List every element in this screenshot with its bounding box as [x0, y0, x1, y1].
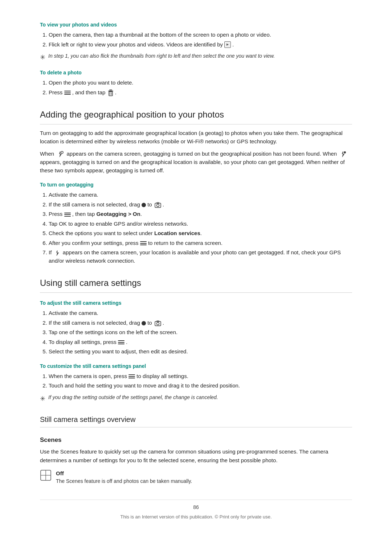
adj-step-1: Activate the camera.: [49, 309, 352, 317]
overview-section: Still camera settings overview: [40, 414, 352, 427]
menu-icon-geo: [64, 212, 71, 217]
menu-icon-inline: [64, 90, 71, 95]
geotagging-para2: When appears on the camera screen, geota…: [40, 149, 352, 175]
overview-title: Still camera settings overview: [40, 414, 352, 427]
geo-step-3: Press , then tap Geotagging > On.: [49, 210, 352, 218]
geo-step-4: Tap OK to agree to enable GPS and/or wir…: [49, 220, 352, 228]
geo-step-6: After you confirm your settings, press t…: [49, 239, 352, 247]
delete-steps: Open the photo you want to delete. Press…: [49, 79, 352, 97]
geo-step-7: If appears on the camera screen, your lo…: [49, 249, 352, 265]
camera-icon-still-2: [155, 320, 161, 327]
geo-step-2: If the still camera is not selected, dra…: [49, 201, 352, 209]
view-photos-heading: To view your photos and videos: [40, 21, 352, 29]
cust-step-1: When the camera is open, press to displa…: [49, 372, 352, 381]
still-camera-section: Using still camera settings To adjust th…: [40, 276, 352, 404]
svg-marker-5: [59, 151, 62, 157]
menu-icon-customize: [128, 374, 135, 379]
video-icon: [224, 41, 231, 48]
geotagging-para1: Turn on geotagging to add the approximat…: [40, 129, 352, 146]
cust-step-2: Touch and hold the setting you want to m…: [49, 382, 352, 390]
page-number: 86: [40, 504, 352, 511]
adjust-steps: Activate the camera. If the still camera…: [49, 309, 352, 356]
scenes-section: Scenes Use the Scenes feature to quickly…: [40, 435, 352, 485]
menu-icon-back: [140, 241, 147, 246]
customize-heading: To customize the still camera settings p…: [40, 362, 352, 370]
trash-icon: [108, 90, 114, 96]
view-step-1: Open the camera, then tap a thumbnail at…: [49, 31, 352, 39]
svg-marker-12: [56, 250, 59, 256]
scenes-para: Use the Scenes feature to quickly set up…: [40, 447, 352, 464]
customize-tip-text: If you drag the setting outside of the s…: [48, 394, 218, 401]
scenes-title: Scenes: [40, 435, 352, 445]
view-step-2: Flick left or right to view your photos …: [49, 41, 352, 49]
turn-on-heading: To turn on geotagging: [40, 181, 352, 189]
customize-steps: When the camera is open, press to displa…: [49, 372, 352, 390]
scenes-off-icon: [40, 469, 52, 481]
svg-rect-1: [108, 91, 113, 91]
svg-rect-0: [109, 90, 112, 90]
geotagging-title: Adding the geographical position to your…: [40, 108, 352, 124]
page-content: To view your photos and videos Open the …: [40, 0, 352, 542]
svg-point-8: [344, 151, 346, 153]
scenes-off-desc: The Scenes feature is off and photos can…: [56, 477, 192, 485]
view-photos-section: To view your photos and videos Open the …: [40, 21, 352, 62]
geo-step-1: Activate the camera.: [49, 191, 352, 199]
scenes-label-block: Off The Scenes feature is off and photos…: [56, 469, 192, 485]
scenes-off-label: Off: [56, 469, 192, 478]
camera-still-icon: [155, 202, 161, 208]
tip-star-icon-2: ✳: [40, 394, 45, 404]
delete-photo-heading: To delete a photo: [40, 69, 352, 77]
circle-dot-icon: [142, 203, 146, 207]
svg-rect-2: [109, 92, 113, 96]
svg-point-10: [156, 204, 159, 206]
adj-step-3: Tap one of the settings icons on the lef…: [49, 328, 352, 337]
circle-dot-icon-2: [142, 321, 146, 325]
menu-icon-display: [118, 340, 124, 345]
geotagging-steps: Activate the camera. If the still camera…: [49, 191, 352, 265]
geotagging-section: Adding the geographical position to your…: [40, 108, 352, 265]
still-camera-title: Using still camera settings: [40, 276, 352, 293]
customize-tip: ✳ If you drag the setting outside of the…: [40, 394, 352, 404]
delete-photo-section: To delete a photo Open the photo you wan…: [40, 69, 352, 97]
tip-text: In step 1, you can also flick the thumbn…: [48, 52, 275, 60]
scenes-entry: Off The Scenes feature is off and photos…: [40, 469, 352, 485]
geo-found-icon: [339, 151, 347, 158]
adj-step-2: If the still camera is not selected, dra…: [49, 319, 352, 327]
delete-step-2: Press , and then tap .: [49, 89, 352, 97]
view-photos-tip: ✳ In step 1, you can also flick the thum…: [40, 52, 352, 62]
footer-text: This is an Internet version of this publ…: [40, 513, 352, 521]
adjust-heading: To adjust the still camera settings: [40, 299, 352, 307]
adj-step-4: To display all settings, press .: [49, 338, 352, 346]
svg-point-14: [156, 322, 159, 325]
view-photos-steps: Open the camera, then tap a thumbnail at…: [49, 31, 352, 49]
page-footer: 86 This is an Internet version of this p…: [40, 500, 352, 521]
geo-step-5: Check the options you want to select und…: [49, 229, 352, 238]
delete-step-1: Open the photo you want to delete.: [49, 79, 352, 87]
geo-searching-icon: [57, 151, 64, 158]
svg-point-6: [61, 151, 63, 153]
adj-step-5: Select the setting you want to adjust, t…: [49, 348, 352, 356]
geo-icon-step7: [54, 250, 61, 256]
tip-star-icon: ✳: [40, 53, 45, 62]
